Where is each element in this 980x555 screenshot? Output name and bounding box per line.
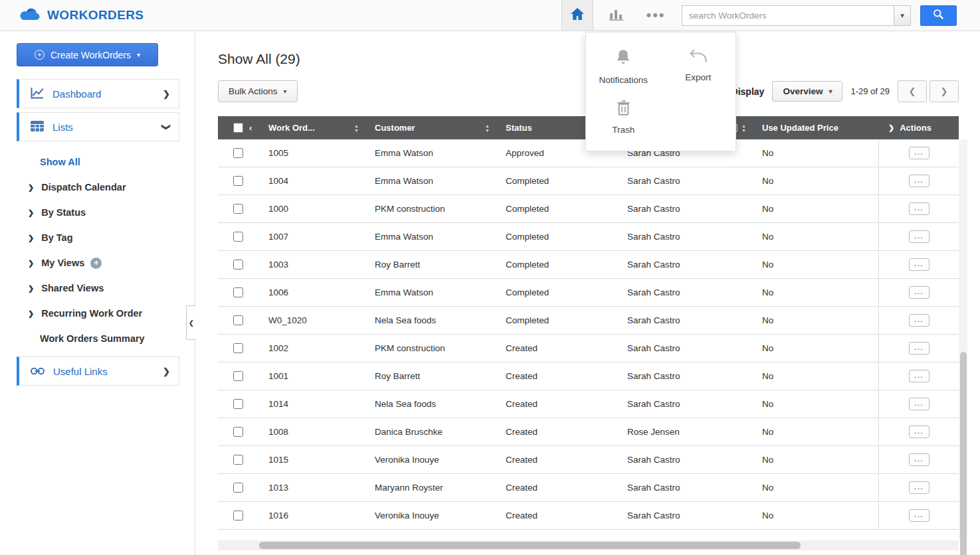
sidebar-item-dashboard[interactable]: Dashboard ❯ — [17, 79, 179, 108]
row-checkbox[interactable] — [233, 427, 243, 437]
header-actions[interactable]: ❯ Actions — [878, 116, 959, 139]
collapse-columns-icon[interactable]: ‹ — [249, 123, 252, 133]
ellipsis-icon: ••• — [646, 12, 665, 19]
row-actions-button[interactable]: ... — [909, 175, 930, 187]
row-actions-cell: ... — [878, 446, 959, 473]
assigned-cell: Sarah Castro — [619, 502, 754, 529]
create-workorders-label: Create WorkOrders — [50, 50, 131, 60]
row-actions-button[interactable]: ... — [909, 342, 930, 355]
row-select-cell — [218, 223, 260, 250]
row-actions-button[interactable]: ... — [909, 370, 930, 382]
customer-cell: Danica Bruschke — [367, 418, 498, 445]
row-actions-button[interactable]: ... — [909, 258, 930, 271]
use-updated-price-cell: No — [754, 390, 878, 418]
display-mode-dropdown[interactable]: Overview ▾ — [772, 81, 842, 102]
menu-item-trash[interactable]: Trash — [586, 90, 661, 140]
bulk-actions-button[interactable]: Bulk Actions ▾ — [218, 80, 298, 102]
row-checkbox[interactable] — [233, 371, 243, 381]
row-select-cell — [218, 446, 260, 473]
chevron-down-icon: ▾ — [284, 88, 287, 95]
sidebar-item-work-orders-summary[interactable]: Work Orders Summary — [0, 326, 195, 351]
row-actions-button[interactable]: ... — [909, 314, 930, 327]
menu-item-export[interactable]: Export — [661, 39, 736, 90]
previous-page-button[interactable]: ❮ — [898, 80, 927, 102]
chevron-left-icon: ❮ — [909, 86, 916, 96]
row-select-cell — [218, 390, 260, 418]
row-checkbox[interactable] — [233, 315, 243, 325]
sidebar-item-label: Useful Links — [53, 366, 108, 377]
sidebar-item-lists[interactable]: Lists ❯ — [17, 112, 179, 141]
status-cell: Completed — [498, 223, 619, 250]
chevron-right-icon: ❯ — [28, 183, 34, 192]
sidebar-item-label: Shared Views — [41, 283, 104, 293]
row-actions-cell: ... — [878, 502, 959, 529]
header-customer[interactable]: Customer ▲▼ — [367, 116, 498, 139]
sidebar-item-label: Lists — [52, 121, 73, 133]
assigned-cell: Rose Jensen — [619, 418, 754, 445]
row-actions-button[interactable]: ... — [909, 398, 930, 410]
search-input[interactable] — [682, 5, 894, 26]
assigned-cell: Sarah Castro — [619, 223, 754, 250]
table-row: 1001 Roy Barrett Created Sarah Castro No… — [218, 362, 959, 390]
row-checkbox[interactable] — [233, 511, 243, 520]
row-checkbox[interactable] — [233, 483, 243, 493]
status-cell: Created — [498, 418, 619, 445]
row-actions-button[interactable]: ... — [909, 426, 930, 438]
search-scope-dropdown[interactable]: ▾ — [894, 5, 911, 26]
workorder-id-cell: 1015 — [260, 446, 367, 473]
row-actions-button[interactable]: ... — [909, 202, 930, 215]
horizontal-scrollbar-thumb[interactable] — [259, 542, 801, 549]
use-updated-price-cell: No — [754, 502, 878, 529]
reports-button[interactable] — [600, 0, 632, 31]
row-checkbox[interactable] — [233, 148, 243, 158]
sidebar-item-by-tag[interactable]: ❯ By Tag — [0, 225, 195, 250]
row-checkbox[interactable] — [233, 399, 243, 409]
row-select-cell — [218, 362, 260, 390]
sidebar-collapse-handle[interactable]: ❮ — [186, 305, 196, 340]
sidebar-item-shared-views[interactable]: ❯ Shared Views — [0, 276, 195, 301]
row-actions-button[interactable]: ... — [909, 481, 930, 494]
header-work-order[interactable]: Work Ord... ▲▼ — [260, 116, 367, 139]
sort-icon: ▲▼ — [485, 123, 490, 133]
row-actions-button[interactable]: ... — [909, 286, 930, 299]
sidebar-item-useful-links[interactable]: Useful Links ❯ — [17, 357, 179, 386]
add-view-button[interactable]: + — [90, 258, 102, 269]
table-row: 1015 Veronika Inouye Created Sarah Castr… — [218, 446, 959, 474]
sidebar-item-dispatch-calendar[interactable]: ❯ Dispatch Calendar — [0, 175, 195, 200]
sidebar-item-by-status[interactable]: ❯ By Status — [0, 200, 195, 225]
more-menu-button[interactable]: ••• — [640, 0, 672, 31]
use-updated-price-cell: No — [754, 251, 878, 278]
create-workorders-button[interactable]: + Create WorkOrders ▾ — [17, 43, 158, 66]
plus-icon: + — [35, 50, 45, 60]
sidebar-item-recurring-work-order[interactable]: ❯ Recurring Work Order — [0, 301, 195, 326]
row-select-cell — [218, 139, 260, 167]
row-checkbox[interactable] — [233, 287, 243, 297]
sidebar-item-show-all[interactable]: Show All — [0, 149, 195, 175]
search-button[interactable] — [920, 5, 957, 26]
next-page-button[interactable]: ❯ — [930, 80, 959, 102]
row-checkbox[interactable] — [233, 260, 243, 270]
sidebar-item-my-views[interactable]: ❯ My Views + — [0, 250, 195, 276]
customer-cell: Nela Sea foods — [367, 307, 498, 334]
select-all-checkbox[interactable] — [233, 123, 243, 133]
workorders-table: ‹ Work Ord... ▲▼ Customer ▲▼ Status ▲▼ ▲… — [218, 116, 959, 530]
row-checkbox[interactable] — [233, 176, 243, 186]
more-menu-dropdown: Notifications Export Trash — [585, 32, 736, 151]
row-checkbox[interactable] — [233, 204, 243, 214]
menu-item-notifications[interactable]: Notifications — [586, 39, 661, 90]
header-label: Customer — [375, 123, 415, 133]
row-actions-button[interactable]: ... — [909, 453, 930, 466]
row-actions-button[interactable]: ... — [909, 230, 930, 243]
display-controls: Display Overview ▾ 1-29 of 29 ❮ ❯ — [732, 80, 959, 102]
status-cell: Completed — [498, 251, 619, 278]
header-use-updated-price[interactable]: Use Updated Price — [754, 116, 878, 139]
row-checkbox[interactable] — [233, 232, 243, 242]
vertical-scrollbar-thumb[interactable] — [960, 352, 967, 555]
row-actions-button[interactable]: ... — [909, 147, 930, 159]
home-button[interactable] — [561, 0, 593, 31]
link-icon — [31, 366, 45, 377]
row-actions-button[interactable]: ... — [909, 509, 930, 522]
row-checkbox[interactable] — [233, 455, 243, 465]
assigned-cell: Sarah Castro — [619, 335, 754, 362]
row-checkbox[interactable] — [233, 343, 243, 353]
